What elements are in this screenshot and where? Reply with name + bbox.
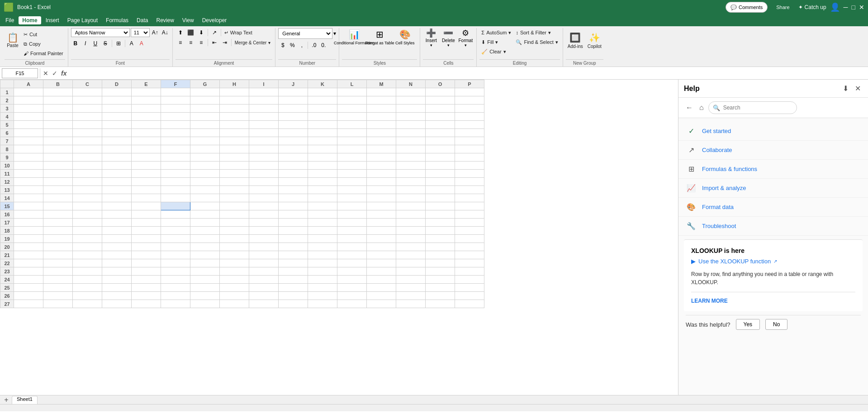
cell-C23[interactable] [73, 267, 102, 276]
cell-F7[interactable] [161, 137, 190, 145]
cell-I23[interactable] [249, 267, 279, 276]
cell-L8[interactable] [337, 145, 367, 153]
cell-D25[interactable] [102, 284, 132, 292]
cell-H13[interactable] [220, 186, 249, 194]
cell-L14[interactable] [337, 194, 367, 202]
cell-N16[interactable] [396, 210, 426, 219]
cell-G16[interactable] [190, 210, 220, 219]
cell-B24[interactable] [43, 276, 73, 284]
row-header-3[interactable]: 3 [0, 105, 14, 113]
cell-B9[interactable] [43, 153, 73, 162]
cell-A12[interactable] [14, 178, 43, 186]
menu-review[interactable]: Review [152, 16, 177, 24]
cell-C7[interactable] [73, 137, 102, 145]
cell-M6[interactable] [367, 129, 396, 137]
col-header-I[interactable]: I [249, 80, 279, 88]
cell-D12[interactable] [102, 178, 132, 186]
increase-indent-button[interactable]: ⇥ [220, 38, 230, 47]
cell-G20[interactable] [190, 243, 220, 251]
cell-G7[interactable] [190, 137, 220, 145]
decimal-increase-button[interactable]: .0 [309, 41, 318, 50]
cell-M22[interactable] [367, 259, 396, 267]
cell-N9[interactable] [396, 153, 426, 162]
cell-B5[interactable] [43, 121, 73, 129]
cell-N23[interactable] [396, 267, 426, 276]
cell-J22[interactable] [279, 259, 308, 267]
cell-K21[interactable] [308, 251, 337, 259]
cell-O16[interactable] [426, 210, 455, 219]
cell-C20[interactable] [73, 243, 102, 251]
cell-M4[interactable] [367, 113, 396, 121]
cell-O24[interactable] [426, 276, 455, 284]
cell-D16[interactable] [102, 210, 132, 219]
cell-F4[interactable] [161, 113, 190, 121]
cell-L23[interactable] [337, 267, 367, 276]
cell-H5[interactable] [220, 121, 249, 129]
cell-H27[interactable] [220, 300, 249, 308]
cell-J5[interactable] [279, 121, 308, 129]
format-as-table-button[interactable]: ⊞ Format as Table [367, 28, 392, 52]
cell-K13[interactable] [308, 186, 337, 194]
cell-B7[interactable] [43, 137, 73, 145]
cell-F20[interactable] [161, 243, 190, 251]
help-close-button[interactable]: ✕ [853, 83, 863, 94]
cell-A7[interactable] [14, 137, 43, 145]
helpful-no-button[interactable]: No [765, 319, 787, 330]
number-format-select[interactable]: General Number Currency Accounting Short… [278, 28, 332, 39]
cell-I22[interactable] [249, 259, 279, 267]
cell-D17[interactable] [102, 219, 132, 227]
cell-H26[interactable] [220, 292, 249, 300]
strikethrough-button[interactable]: S [101, 39, 110, 48]
cell-I12[interactable] [249, 178, 279, 186]
cell-P25[interactable] [455, 284, 484, 292]
cell-F2[interactable] [161, 96, 190, 105]
cell-C11[interactable] [73, 170, 102, 178]
row-header-26[interactable]: 26 [0, 292, 14, 300]
cell-B20[interactable] [43, 243, 73, 251]
cell-B26[interactable] [43, 292, 73, 300]
col-header-L[interactable]: L [337, 80, 367, 88]
cell-J6[interactable] [279, 129, 308, 137]
row-header-9[interactable]: 9 [0, 153, 14, 162]
row-header-7[interactable]: 7 [0, 137, 14, 145]
row-header-25[interactable]: 25 [0, 284, 14, 292]
row-header-6[interactable]: 6 [0, 129, 14, 137]
cell-O23[interactable] [426, 267, 455, 276]
cell-J1[interactable] [279, 88, 308, 96]
cell-O11[interactable] [426, 170, 455, 178]
cell-J8[interactable] [279, 145, 308, 153]
cell-I2[interactable] [249, 96, 279, 105]
cell-F16[interactable] [161, 210, 190, 219]
cell-D15[interactable] [102, 202, 132, 210]
cell-K4[interactable] [308, 113, 337, 121]
cell-C25[interactable] [73, 284, 102, 292]
decimal-decrease-button[interactable]: 0. [319, 41, 328, 50]
cell-E12[interactable] [132, 178, 161, 186]
cell-styles-button[interactable]: 🎨 Cell Styles [393, 28, 417, 52]
cell-P5[interactable] [455, 121, 484, 129]
cell-J4[interactable] [279, 113, 308, 121]
cell-F26[interactable] [161, 292, 190, 300]
cell-L16[interactable] [337, 210, 367, 219]
col-header-E[interactable]: E [132, 80, 161, 88]
learn-more-link[interactable]: LEARN MORE [691, 298, 855, 304]
cell-D27[interactable] [102, 300, 132, 308]
cell-B10[interactable] [43, 162, 73, 170]
cell-I9[interactable] [249, 153, 279, 162]
cell-D10[interactable] [102, 162, 132, 170]
cell-K12[interactable] [308, 178, 337, 186]
sheet-tab-sheet1[interactable]: Sheet1 [12, 396, 38, 404]
cell-G17[interactable] [190, 219, 220, 227]
cell-F9[interactable] [161, 153, 190, 162]
cell-N12[interactable] [396, 178, 426, 186]
border-button[interactable]: ⊞ [114, 39, 123, 48]
cell-H2[interactable] [220, 96, 249, 105]
cell-L9[interactable] [337, 153, 367, 162]
merge-center-button[interactable]: Merge & Center ▾ [233, 38, 273, 47]
menu-page-layout[interactable]: Page Layout [64, 16, 101, 24]
cell-I5[interactable] [249, 121, 279, 129]
cell-G22[interactable] [190, 259, 220, 267]
row-header-24[interactable]: 24 [0, 276, 14, 284]
cell-E9[interactable] [132, 153, 161, 162]
cell-N17[interactable] [396, 219, 426, 227]
